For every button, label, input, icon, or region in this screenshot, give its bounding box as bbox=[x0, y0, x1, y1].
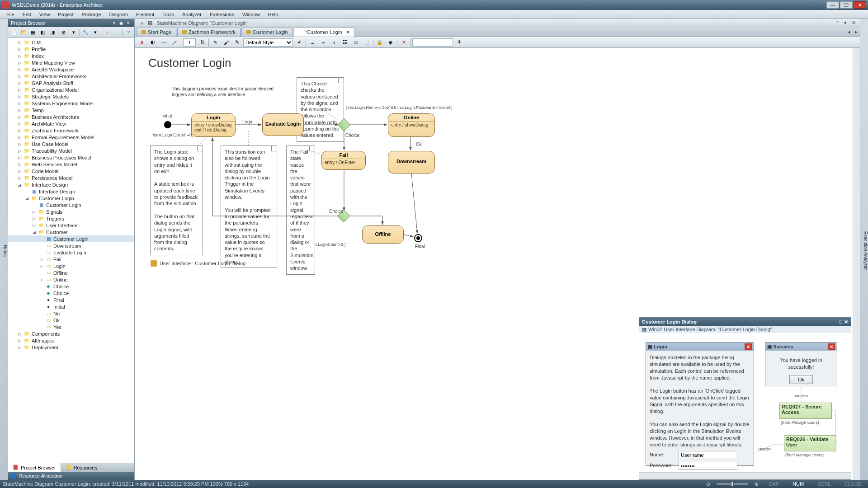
brush-icon[interactable]: 🖌 bbox=[222, 38, 231, 47]
tab-prev-icon[interactable]: ◂ bbox=[845, 29, 853, 35]
tree-item[interactable]: ▷📁Architectual Frameworks bbox=[8, 73, 134, 80]
align-center-icon[interactable]: ⫟ bbox=[319, 38, 328, 47]
panel-close-icon[interactable]: ✕ bbox=[844, 319, 848, 325]
resource-allocation-bar[interactable]: 👤 Resource Allocation bbox=[8, 472, 134, 480]
tree-item[interactable]: ▷📁Signals bbox=[8, 208, 134, 215]
tree-item[interactable]: ▷📁Index bbox=[8, 52, 134, 59]
tree-item[interactable]: ▷📁AltImages bbox=[8, 337, 134, 344]
tree-item[interactable]: ▭Yes bbox=[8, 324, 134, 330]
line-width-input[interactable] bbox=[183, 38, 196, 47]
search-input[interactable] bbox=[412, 38, 453, 47]
tree-item[interactable]: ▷📁Traceability Model bbox=[8, 147, 134, 154]
state-login[interactable]: Login entry / showDialog exit / hideDial… bbox=[191, 113, 236, 137]
name-input[interactable] bbox=[679, 451, 737, 459]
tool-icon[interactable]: 🔧 bbox=[82, 28, 90, 37]
diagram-icon[interactable]: ◧ bbox=[39, 28, 47, 37]
note-fail[interactable]: The Fail state traces the values that we… bbox=[286, 145, 315, 275]
tree-item[interactable]: ▷📁Persistance Model bbox=[8, 174, 134, 181]
tab-resources[interactable]: 📒Resources bbox=[61, 463, 103, 472]
diagram-icon[interactable]: ▦ bbox=[146, 20, 154, 26]
filter-icon[interactable]: ⚘ bbox=[455, 38, 464, 47]
zoom-in-icon[interactable]: ⊕ bbox=[755, 481, 759, 487]
state-evaluate[interactable]: Evaluate Login bbox=[262, 113, 304, 136]
tree-item[interactable]: ▷📁Code Model bbox=[8, 168, 134, 174]
state-online[interactable]: Online entry / showDialog bbox=[388, 113, 435, 137]
doc-tab[interactable]: Zachman Framework bbox=[177, 28, 241, 37]
tree-item[interactable]: ▦Customer Login bbox=[8, 235, 134, 242]
panel-menu-icon[interactable]: ▾ bbox=[111, 20, 117, 26]
tree-item[interactable]: ▷📁User Interface bbox=[8, 222, 134, 229]
state-fail[interactable]: Fail entry / OnEnter bbox=[321, 151, 366, 170]
success-window[interactable]: ▣ Success✕ You have logged in sucessfull… bbox=[765, 342, 837, 387]
line-style-icon[interactable]: 〰 bbox=[159, 38, 168, 47]
note-trans[interactable]: This transition can also be followed wit… bbox=[221, 145, 277, 268]
font-color-icon[interactable]: A bbox=[137, 38, 146, 47]
dropdown-icon[interactable]: ▾ bbox=[70, 28, 78, 37]
line-color-icon[interactable]: ／ bbox=[170, 38, 179, 47]
dialog-panel-title[interactable]: Customer Login Dialog □ ✕ bbox=[639, 318, 851, 326]
password-input[interactable] bbox=[679, 462, 737, 470]
panel-pin-icon[interactable]: ▣ bbox=[118, 20, 124, 26]
tree-item[interactable]: ▦Interface Design bbox=[8, 188, 134, 195]
menu-view[interactable]: View bbox=[36, 11, 54, 18]
down-icon[interactable]: ↓ bbox=[113, 28, 121, 37]
tree-item[interactable]: ◢📁Customer bbox=[8, 229, 134, 235]
filter-off-icon[interactable]: ◉ bbox=[386, 38, 395, 47]
tree-item[interactable]: ◆Choice bbox=[8, 290, 134, 296]
menu-project[interactable]: Project bbox=[54, 11, 77, 18]
space-icon[interactable]: ⬚ bbox=[362, 38, 371, 47]
close-button[interactable]: ✕ bbox=[854, 1, 866, 9]
zoom-slider[interactable] bbox=[717, 483, 748, 485]
tree-item[interactable]: ▷▭Login bbox=[8, 263, 134, 269]
tree-item[interactable]: ▷📁Business Architecture bbox=[8, 113, 134, 120]
menu-window[interactable]: Window bbox=[239, 11, 264, 18]
menu-edit[interactable]: Edit bbox=[19, 11, 35, 18]
tree-item[interactable]: ▷📁Zachman Framework bbox=[8, 127, 134, 134]
menu-package[interactable]: Package bbox=[78, 11, 105, 18]
state-offline[interactable]: Offline bbox=[362, 225, 404, 244]
tree-item[interactable]: ●Final bbox=[8, 296, 134, 303]
tree-item[interactable]: ▷📁Profile bbox=[8, 46, 134, 52]
nav-back-icon[interactable]: « bbox=[138, 20, 146, 26]
tree-item[interactable]: ▭Offline bbox=[8, 269, 134, 276]
new-icon[interactable]: 📄 bbox=[10, 28, 18, 37]
element-icon[interactable]: ◨ bbox=[48, 28, 56, 37]
menu-element[interactable]: Element bbox=[132, 11, 158, 18]
up-icon[interactable]: ↑ bbox=[103, 28, 111, 37]
horizontal-scrollbar[interactable] bbox=[639, 472, 851, 479]
fill-icon[interactable]: ◐ bbox=[148, 38, 157, 47]
tree-item[interactable]: ▷📁Systems Engineering Model bbox=[8, 100, 134, 107]
tree-item[interactable]: ▷📁Strategic Models bbox=[8, 93, 134, 100]
dropdown2-icon[interactable]: ▾ bbox=[91, 28, 99, 37]
tree-item[interactable]: ▦Customer Login bbox=[8, 202, 134, 208]
ok-button[interactable]: Ok bbox=[789, 375, 813, 384]
doc-icon[interactable]: 🗎 bbox=[60, 28, 68, 37]
doc-tab[interactable]: *Customer Login✕ bbox=[294, 28, 355, 37]
align-right-icon[interactable]: ⫞ bbox=[330, 38, 339, 47]
tree-item[interactable]: ▷📁Use Case Model bbox=[8, 141, 134, 147]
delete-icon[interactable]: ✕ bbox=[399, 38, 408, 47]
req-validate-user[interactable]: REQ026 - Validate User(from Manage Users… bbox=[784, 435, 836, 451]
notes-tab[interactable]: Notes bbox=[0, 19, 8, 480]
menu-analyzer[interactable]: Analyzer bbox=[179, 11, 205, 18]
login-window[interactable]: ▣ Login✕ Dialogs modeled in the package … bbox=[646, 342, 754, 466]
tree-item[interactable]: ▷📁Temp bbox=[8, 107, 134, 113]
tree-item[interactable]: ▷📁Deployment bbox=[8, 344, 134, 351]
menu-diagram[interactable]: Diagram bbox=[105, 11, 132, 18]
tree-item[interactable]: ▭No bbox=[8, 310, 134, 317]
minimize-button[interactable]: — bbox=[826, 1, 839, 9]
panel-header[interactable]: Project Browser ▾ ▣ ✕ bbox=[8, 19, 134, 27]
doc-tab[interactable]: Customer Login bbox=[241, 28, 293, 37]
panel-close-icon[interactable]: ✕ bbox=[125, 20, 132, 26]
doc-tab[interactable]: Start Page bbox=[137, 28, 176, 37]
tree-item[interactable]: ▷📁Web Services Model bbox=[8, 161, 134, 168]
project-tree[interactable]: ▷📁CIM▷📁Profile▷📁Index▷📁Mind Mapping View… bbox=[8, 38, 134, 463]
diagram-canvas[interactable]: Customer Login This diagram provides exa… bbox=[135, 48, 860, 480]
tree-item[interactable]: ▷📁Organizational Model bbox=[8, 86, 134, 93]
tree-item[interactable]: ▷📁ArcGIS Workspace bbox=[8, 66, 134, 73]
panel-max-icon[interactable]: □ bbox=[839, 319, 842, 324]
tree-item[interactable]: ◢📁Customer Login bbox=[8, 195, 134, 202]
tree-item[interactable]: ●Initial bbox=[8, 303, 134, 310]
tree-item[interactable]: ▷📁Formal Requirements Model bbox=[8, 134, 134, 141]
apply-style-icon[interactable]: ✔ bbox=[295, 38, 304, 47]
